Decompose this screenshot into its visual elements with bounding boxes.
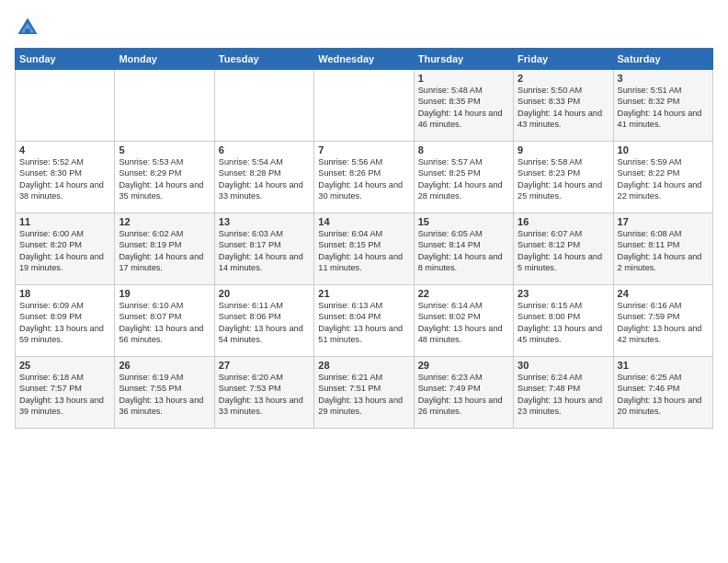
cell-1-6: 2Sunrise: 5:50 AM Sunset: 8:33 PM Daylig… — [514, 70, 613, 142]
cell-1-7: 3Sunrise: 5:51 AM Sunset: 8:32 PM Daylig… — [613, 70, 712, 142]
cell-4-6: 23Sunrise: 6:15 AM Sunset: 8:00 PM Dayli… — [514, 285, 613, 357]
cell-3-4: 14Sunrise: 6:04 AM Sunset: 8:15 PM Dayli… — [314, 213, 414, 285]
day-number: 4 — [19, 144, 110, 155]
cell-5-6: 30Sunrise: 6:24 AM Sunset: 7:48 PM Dayli… — [514, 357, 613, 429]
week-row-4: 18Sunrise: 6:09 AM Sunset: 8:09 PM Dayli… — [16, 285, 713, 357]
cell-2-7: 10Sunrise: 5:59 AM Sunset: 8:22 PM Dayli… — [613, 142, 712, 213]
day-number: 22 — [418, 288, 509, 299]
day-number: 30 — [518, 360, 609, 371]
cell-4-4: 21Sunrise: 6:13 AM Sunset: 8:04 PM Dayli… — [314, 285, 414, 357]
day-number: 12 — [119, 216, 210, 227]
cell-content: Sunrise: 5:50 AM Sunset: 8:33 PM Dayligh… — [518, 85, 609, 131]
cell-3-6: 16Sunrise: 6:07 AM Sunset: 8:12 PM Dayli… — [514, 213, 613, 285]
day-header-tuesday: Tuesday — [214, 49, 313, 70]
day-number: 23 — [518, 288, 609, 299]
cell-4-5: 22Sunrise: 6:14 AM Sunset: 8:02 PM Dayli… — [414, 285, 513, 357]
cell-content: Sunrise: 6:23 AM Sunset: 7:49 PM Dayligh… — [418, 372, 509, 418]
cell-2-2: 5Sunrise: 5:53 AM Sunset: 8:29 PM Daylig… — [115, 142, 214, 213]
cell-1-5: 1Sunrise: 5:48 AM Sunset: 8:35 PM Daylig… — [414, 70, 513, 142]
cell-content: Sunrise: 6:15 AM Sunset: 8:00 PM Dayligh… — [518, 300, 609, 346]
cell-4-3: 20Sunrise: 6:11 AM Sunset: 8:06 PM Dayli… — [214, 285, 313, 357]
logo — [15, 15, 44, 40]
day-header-wednesday: Wednesday — [314, 49, 414, 70]
cell-content: Sunrise: 5:58 AM Sunset: 8:23 PM Dayligh… — [518, 156, 609, 202]
cell-content: Sunrise: 5:51 AM Sunset: 8:32 PM Dayligh… — [618, 85, 709, 131]
day-number: 24 — [618, 288, 709, 299]
week-row-2: 4Sunrise: 5:52 AM Sunset: 8:30 PM Daylig… — [16, 142, 713, 213]
cell-content: Sunrise: 5:59 AM Sunset: 8:22 PM Dayligh… — [618, 156, 709, 202]
week-row-5: 25Sunrise: 6:18 AM Sunset: 7:57 PM Dayli… — [16, 357, 713, 429]
day-number: 8 — [418, 144, 509, 155]
cell-content: Sunrise: 6:21 AM Sunset: 7:51 PM Dayligh… — [318, 372, 409, 418]
day-number: 19 — [119, 288, 210, 299]
header-row: SundayMondayTuesdayWednesdayThursdayFrid… — [16, 49, 713, 70]
day-number: 21 — [318, 288, 409, 299]
cell-content: Sunrise: 6:18 AM Sunset: 7:57 PM Dayligh… — [19, 372, 110, 418]
day-number: 9 — [518, 144, 609, 155]
day-number: 7 — [318, 144, 409, 155]
day-number: 20 — [219, 288, 310, 299]
cell-3-5: 15Sunrise: 6:05 AM Sunset: 8:14 PM Dayli… — [414, 213, 513, 285]
cell-1-4 — [314, 70, 414, 142]
week-row-3: 11Sunrise: 6:00 AM Sunset: 8:20 PM Dayli… — [16, 213, 713, 285]
day-number: 14 — [318, 216, 409, 227]
day-header-thursday: Thursday — [414, 49, 513, 70]
cell-content: Sunrise: 6:03 AM Sunset: 8:17 PM Dayligh… — [219, 228, 310, 274]
cell-2-5: 8Sunrise: 5:57 AM Sunset: 8:25 PM Daylig… — [414, 142, 513, 213]
cell-2-3: 6Sunrise: 5:54 AM Sunset: 8:28 PM Daylig… — [214, 142, 313, 213]
cell-content: Sunrise: 5:57 AM Sunset: 8:25 PM Dayligh… — [418, 156, 509, 202]
cell-1-3 — [214, 70, 313, 142]
cell-content: Sunrise: 6:04 AM Sunset: 8:15 PM Dayligh… — [318, 228, 409, 274]
day-number: 15 — [418, 216, 509, 227]
svg-rect-2 — [25, 29, 30, 34]
day-number: 26 — [119, 360, 210, 371]
day-number: 11 — [19, 216, 110, 227]
cell-content: Sunrise: 6:14 AM Sunset: 8:02 PM Dayligh… — [418, 300, 509, 346]
cell-5-3: 27Sunrise: 6:20 AM Sunset: 7:53 PM Dayli… — [214, 357, 313, 429]
cell-content: Sunrise: 6:19 AM Sunset: 7:55 PM Dayligh… — [119, 372, 210, 418]
day-number: 29 — [418, 360, 509, 371]
day-number: 27 — [219, 360, 310, 371]
day-number: 18 — [19, 288, 110, 299]
day-number: 25 — [19, 360, 110, 371]
cell-4-1: 18Sunrise: 6:09 AM Sunset: 8:09 PM Dayli… — [16, 285, 115, 357]
cell-content: Sunrise: 6:20 AM Sunset: 7:53 PM Dayligh… — [219, 372, 310, 418]
week-row-1: 1Sunrise: 5:48 AM Sunset: 8:35 PM Daylig… — [16, 70, 713, 142]
day-number: 10 — [618, 144, 709, 155]
day-number: 31 — [618, 360, 709, 371]
cell-1-2 — [115, 70, 214, 142]
cell-2-4: 7Sunrise: 5:56 AM Sunset: 8:26 PM Daylig… — [314, 142, 414, 213]
day-number: 1 — [418, 73, 509, 84]
day-header-saturday: Saturday — [613, 49, 712, 70]
cell-content: Sunrise: 5:54 AM Sunset: 8:28 PM Dayligh… — [219, 156, 310, 202]
cell-content: Sunrise: 6:00 AM Sunset: 8:20 PM Dayligh… — [19, 228, 110, 274]
page: SundayMondayTuesdayWednesdayThursdayFrid… — [0, 0, 728, 563]
day-header-monday: Monday — [115, 49, 214, 70]
cell-4-2: 19Sunrise: 6:10 AM Sunset: 8:07 PM Dayli… — [115, 285, 214, 357]
cell-content: Sunrise: 5:52 AM Sunset: 8:30 PM Dayligh… — [19, 156, 110, 202]
cell-content: Sunrise: 6:07 AM Sunset: 8:12 PM Dayligh… — [518, 228, 609, 274]
cell-1-1 — [16, 70, 115, 142]
cell-3-1: 11Sunrise: 6:00 AM Sunset: 8:20 PM Dayli… — [16, 213, 115, 285]
header — [15, 11, 713, 40]
cell-3-7: 17Sunrise: 6:08 AM Sunset: 8:11 PM Dayli… — [613, 213, 712, 285]
day-number: 16 — [518, 216, 609, 227]
cell-content: Sunrise: 6:02 AM Sunset: 8:19 PM Dayligh… — [119, 228, 210, 274]
cell-2-6: 9Sunrise: 5:58 AM Sunset: 8:23 PM Daylig… — [514, 142, 613, 213]
day-number: 3 — [618, 73, 709, 84]
cell-5-5: 29Sunrise: 6:23 AM Sunset: 7:49 PM Dayli… — [414, 357, 513, 429]
cell-3-2: 12Sunrise: 6:02 AM Sunset: 8:19 PM Dayli… — [115, 213, 214, 285]
cell-content: Sunrise: 6:10 AM Sunset: 8:07 PM Dayligh… — [119, 300, 210, 346]
cell-content: Sunrise: 6:09 AM Sunset: 8:09 PM Dayligh… — [19, 300, 110, 346]
day-number: 13 — [219, 216, 310, 227]
day-number: 6 — [219, 144, 310, 155]
cell-5-7: 31Sunrise: 6:25 AM Sunset: 7:46 PM Dayli… — [613, 357, 712, 429]
cell-5-1: 25Sunrise: 6:18 AM Sunset: 7:57 PM Dayli… — [16, 357, 115, 429]
logo-icon — [15, 15, 40, 40]
cell-2-1: 4Sunrise: 5:52 AM Sunset: 8:30 PM Daylig… — [16, 142, 115, 213]
cell-4-7: 24Sunrise: 6:16 AM Sunset: 7:59 PM Dayli… — [613, 285, 712, 357]
cell-content: Sunrise: 6:11 AM Sunset: 8:06 PM Dayligh… — [219, 300, 310, 346]
cell-content: Sunrise: 5:53 AM Sunset: 8:29 PM Dayligh… — [119, 156, 210, 202]
cell-content: Sunrise: 5:56 AM Sunset: 8:26 PM Dayligh… — [318, 156, 409, 202]
day-number: 17 — [618, 216, 709, 227]
